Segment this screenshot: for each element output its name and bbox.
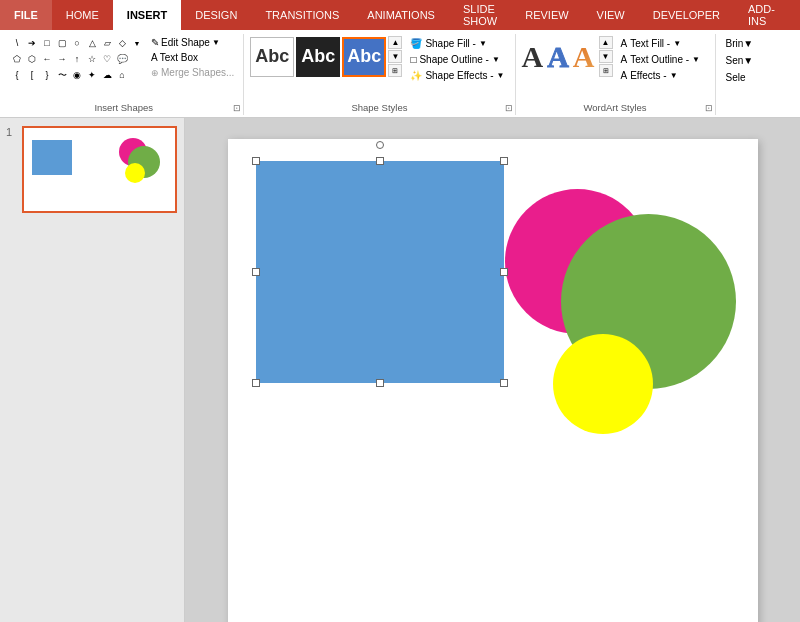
brace-icon[interactable]: { (10, 68, 24, 82)
handle-bottom-left[interactable] (252, 379, 260, 387)
fill-icon: 🪣 (410, 38, 422, 49)
shape7-icon[interactable]: ☁ (100, 68, 114, 82)
handle-bottom-right[interactable] (500, 379, 508, 387)
wordart-styles-group: A A A ▲ ▼ ⊞ A Text Fill - ▼ A Text Outli… (516, 34, 716, 115)
right-arrow-icon[interactable]: → (55, 52, 69, 66)
tab-developer[interactable]: DEVELOPER (639, 0, 734, 30)
style-scroll-more[interactable]: ⊞ (388, 64, 402, 77)
style-scroll-up[interactable]: ▲ (388, 36, 402, 49)
wordart-expand[interactable]: ⊡ (705, 103, 713, 113)
wordart-scroll-more[interactable]: ⊞ (599, 64, 613, 77)
triangle-icon[interactable]: △ (85, 36, 99, 50)
slide-canvas[interactable] (228, 139, 758, 622)
handle-middle-left[interactable] (252, 268, 260, 276)
bracket-icon[interactable]: [ (25, 68, 39, 82)
yellow-circle[interactable] (553, 334, 653, 434)
wordart-scroll-down[interactable]: ▼ (599, 50, 613, 63)
wordart-letter-a-gradient[interactable]: A (573, 40, 595, 74)
tab-transitions[interactable]: TRANSITIONS (251, 0, 353, 30)
shape-styles-expand[interactable]: ⊡ (505, 103, 513, 113)
curly-icon[interactable]: } (40, 68, 54, 82)
edit-shape-button[interactable]: ✎ Edit Shape ▼ (148, 36, 237, 49)
wordart-letter-a-plain[interactable]: A (522, 40, 544, 74)
shape5-icon[interactable]: ◉ (70, 68, 84, 82)
parallelogram-icon[interactable]: ▱ (100, 36, 114, 50)
handle-bottom-middle[interactable] (376, 379, 384, 387)
handle-top-right[interactable] (500, 157, 508, 165)
wordart-styles-label: WordArt Styles (516, 102, 715, 113)
shape-fill-button[interactable]: 🪣 Shape Fill - ▼ (406, 36, 508, 51)
tab-pdf[interactable]: PDF (789, 0, 800, 30)
text-fill-dropdown[interactable]: ▼ (673, 39, 681, 48)
canvas-area[interactable] (185, 118, 800, 622)
tab-design[interactable]: DESIGN (181, 0, 251, 30)
blue-rectangle-selected[interactable] (256, 161, 504, 383)
effects-dropdown-icon[interactable]: ▼ (497, 71, 505, 80)
style-scroll-down[interactable]: ▼ (388, 50, 402, 63)
text-effects-button[interactable]: A Effects - ▼ (617, 68, 705, 83)
tab-view[interactable]: VIEW (583, 0, 639, 30)
shapes-right-buttons: ✎ Edit Shape ▼ A Text Box ⊕ Merge Shapes… (148, 36, 237, 79)
bring-forward-button[interactable]: Brin▼ (722, 36, 758, 51)
hex-icon[interactable]: ⬡ (25, 52, 39, 66)
rotate-handle[interactable] (376, 141, 384, 149)
text-outline-button[interactable]: A Text Outline - ▼ (617, 52, 705, 67)
shape-style-buttons: 🪣 Shape Fill - ▼ □ Shape Outline - ▼ ✨ S… (406, 36, 508, 83)
callout-icon[interactable]: 💬 (115, 52, 129, 66)
tab-slideshow[interactable]: SLIDE SHOW (449, 0, 511, 30)
text-fill-button[interactable]: A Text Fill - ▼ (617, 36, 705, 51)
rect-icon[interactable]: □ (40, 36, 54, 50)
style-preset-3-selected[interactable]: Abc (342, 37, 386, 77)
tab-home[interactable]: HOME (52, 0, 113, 30)
slide-item-1: 1 (6, 126, 178, 213)
pentagon-icon[interactable]: ⬠ (10, 52, 24, 66)
tab-file[interactable]: FILE (0, 0, 52, 30)
up-arrow-icon[interactable]: ↑ (70, 52, 84, 66)
shape-effects-button[interactable]: ✨ Shape Effects - ▼ (406, 68, 508, 83)
left-arrow-icon[interactable]: ← (40, 52, 54, 66)
merge-icon: ⊕ (151, 68, 159, 78)
arrow-icon[interactable]: ➔ (25, 36, 39, 50)
tab-review[interactable]: REVIEW (511, 0, 582, 30)
fill-dropdown-icon[interactable]: ▼ (479, 39, 487, 48)
style-preset-2[interactable]: Abc (296, 37, 340, 77)
star-icon[interactable]: ☆ (85, 52, 99, 66)
tab-insert[interactable]: INSERT (113, 0, 181, 30)
rounded-rect-icon[interactable]: ▢ (55, 36, 69, 50)
line-icon[interactable]: \ (10, 36, 24, 50)
wordart-buttons: A Text Fill - ▼ A Text Outline - ▼ A Eff… (617, 36, 705, 83)
heart-icon[interactable]: ♡ (100, 52, 114, 66)
selection-pane-button[interactable]: Sele (722, 70, 750, 85)
wordart-scroll-up[interactable]: ▲ (599, 36, 613, 49)
text-outline-dropdown[interactable]: ▼ (692, 55, 700, 64)
insert-shapes-expand[interactable]: ⊡ (233, 103, 241, 113)
outline-dropdown-icon[interactable]: ▼ (492, 55, 500, 64)
wave-icon[interactable]: 〜 (55, 68, 69, 82)
handle-middle-right[interactable] (500, 268, 508, 276)
tab-addins[interactable]: ADD-INS (734, 0, 789, 30)
shape8-icon[interactable]: ⌂ (115, 68, 129, 82)
shape-outline-button[interactable]: □ Shape Outline - ▼ (406, 52, 508, 67)
circle-icon[interactable]: ○ (70, 36, 84, 50)
style-preset-1[interactable]: Abc (250, 37, 294, 77)
handle-top-middle[interactable] (376, 157, 384, 165)
style-presets: Abc Abc Abc ▲ ▼ ⊞ (250, 36, 402, 77)
main-area: 1 (0, 118, 800, 622)
tab-animations[interactable]: ANIMATIONS (353, 0, 449, 30)
slide-thumbnail-1[interactable] (22, 126, 177, 213)
shape6-icon[interactable]: ✦ (85, 68, 99, 82)
diamond-icon[interactable]: ◇ (115, 36, 129, 50)
shapes-row-1: \ ➔ □ ▢ ○ △ ▱ ◇ ▼ (10, 36, 144, 50)
merge-shapes-button[interactable]: ⊕ Merge Shapes... (148, 66, 237, 79)
edit-shape-dropdown-icon[interactable]: ▼ (212, 38, 220, 47)
wordart-letter-a-outline[interactable]: A (547, 40, 569, 74)
handle-top-left[interactable] (252, 157, 260, 165)
text-effects-dropdown[interactable]: ▼ (670, 71, 678, 80)
more-shapes-icon[interactable]: ▼ (130, 36, 144, 50)
wordart-scroll: ▲ ▼ ⊞ (599, 36, 613, 77)
send-backward-button[interactable]: Sen▼ (722, 53, 758, 68)
text-box-button[interactable]: A Text Box (148, 51, 237, 64)
shape-styles-label: Shape Styles (244, 102, 514, 113)
outline-icon: □ (410, 54, 416, 65)
arrange-content: Brin▼ Sen▼ Sele (722, 36, 790, 113)
